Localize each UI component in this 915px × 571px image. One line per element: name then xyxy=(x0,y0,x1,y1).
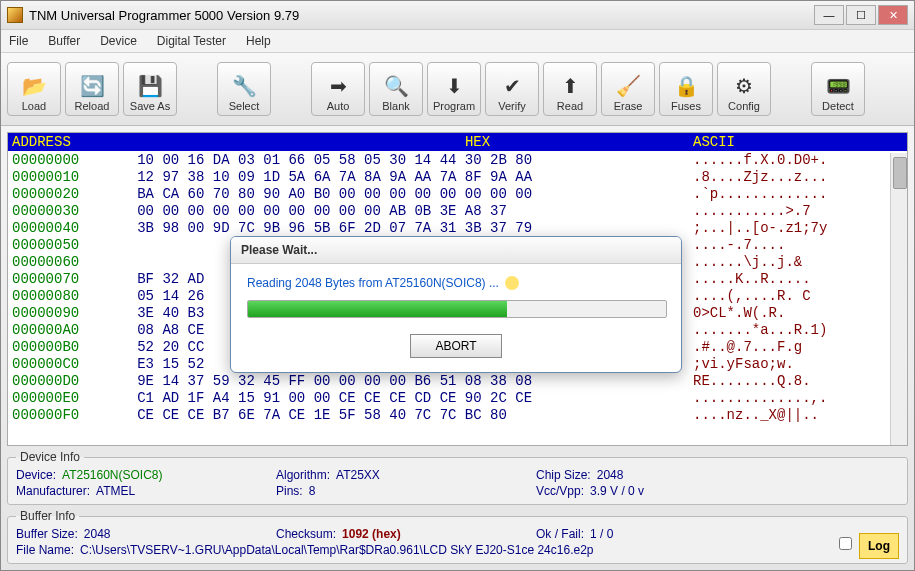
hex-addr: 000000F0 xyxy=(12,407,112,424)
verify-button[interactable]: ✔Verify xyxy=(485,62,539,116)
read-button[interactable]: ⬆Read xyxy=(543,62,597,116)
hex-row[interactable]: 00000030 00 00 00 00 00 00 00 00 00 00 A… xyxy=(12,203,903,220)
chip-value: 2048 xyxy=(597,468,624,482)
erase-icon: 🧹 xyxy=(614,72,642,100)
menu-buffer[interactable]: Buffer xyxy=(48,34,80,48)
hex-addr: 00000090 xyxy=(12,305,112,322)
maximize-button[interactable]: ☐ xyxy=(846,5,876,25)
hex-row[interactable]: 000000E0 C1 AD 1F A4 15 91 00 00 CE CE C… xyxy=(12,390,903,407)
pins-label: Pins: xyxy=(276,484,303,498)
save-as-button[interactable]: 💾Save As xyxy=(123,62,177,116)
hex-addr: 00000010 xyxy=(12,169,112,186)
erase-button[interactable]: 🧹Erase xyxy=(601,62,655,116)
blank-button[interactable]: 🔍Blank xyxy=(369,62,423,116)
hex-row[interactable]: 00000000 10 00 16 DA 03 01 66 05 58 05 3… xyxy=(12,152,903,169)
hex-ascii: ...........>.7 xyxy=(693,203,903,220)
hex-row[interactable]: 00000020 BA CA 60 70 80 90 A0 B0 00 00 0… xyxy=(12,186,903,203)
hex-addr: 00000050 xyxy=(12,237,112,254)
hex-row[interactable]: 000000D0 9E 14 37 59 32 45 FF 00 00 00 0… xyxy=(12,373,903,390)
hex-ascii: ..............,. xyxy=(693,390,903,407)
hex-bytes: 10 00 16 DA 03 01 66 05 58 05 30 14 44 3… xyxy=(112,152,693,169)
fuses-icon: 🔒 xyxy=(672,72,700,100)
menu-help[interactable]: Help xyxy=(246,34,271,48)
hex-row[interactable]: 00000040 3B 98 00 9D 7C 9B 96 5B 6F 2D 0… xyxy=(12,220,903,237)
hex-addr: 00000060 xyxy=(12,254,112,271)
hex-bytes: C1 AD 1F A4 15 91 00 00 CE CE CE CD CE 9… xyxy=(112,390,693,407)
device-info-panel: Device Info Device:AT25160N(SOIC8) Algor… xyxy=(7,450,908,505)
hex-addr: 000000C0 xyxy=(12,356,112,373)
hex-ascii: ......\j..j.& xyxy=(693,254,903,271)
toolbar-label: Config xyxy=(728,100,760,112)
save-as-icon: 💾 xyxy=(136,72,164,100)
menu-file[interactable]: File xyxy=(9,34,28,48)
abort-button[interactable]: ABORT xyxy=(410,334,501,358)
close-button[interactable]: ✕ xyxy=(878,5,908,25)
hex-ascii: 0>CL*.W(.R. xyxy=(693,305,903,322)
mfr-value: ATMEL xyxy=(96,484,135,498)
dialog-title: Please Wait... xyxy=(231,237,681,264)
hex-addr: 00000030 xyxy=(12,203,112,220)
hex-ascii: ;...|..[o-.z1;7y xyxy=(693,220,903,237)
reload-button[interactable]: 🔄Reload xyxy=(65,62,119,116)
file-label: File Name: xyxy=(16,543,74,557)
chip-label: Chip Size: xyxy=(536,468,591,482)
log-checkbox[interactable] xyxy=(839,537,852,550)
hex-ascii: .`p............. xyxy=(693,186,903,203)
toolbar-label: Reload xyxy=(75,100,110,112)
blank-icon: 🔍 xyxy=(382,72,410,100)
cursor-icon xyxy=(505,276,519,290)
read-icon: ⬆ xyxy=(556,72,584,100)
vcc-value: 3.9 V / 0 v xyxy=(590,484,644,498)
menu-device[interactable]: Device xyxy=(100,34,137,48)
toolbar-label: Verify xyxy=(498,100,526,112)
menu-bar: FileBufferDeviceDigital TesterHelp xyxy=(1,30,914,53)
hex-row[interactable]: 000000F0 CE CE CE B7 6E 7A CE 1E 5F 58 4… xyxy=(12,407,903,424)
device-info-title: Device Info xyxy=(16,450,84,464)
menu-digital-tester[interactable]: Digital Tester xyxy=(157,34,226,48)
program-icon: ⬇ xyxy=(440,72,468,100)
toolbar-label: Load xyxy=(22,100,46,112)
hex-ascii: .......*a...R.1) xyxy=(693,322,903,339)
scroll-thumb[interactable] xyxy=(893,157,907,189)
detect-button[interactable]: 📟Detect xyxy=(811,62,865,116)
hex-bytes: 3B 98 00 9D 7C 9B 96 5B 6F 2D 07 7A 31 3… xyxy=(112,220,693,237)
hex-addr: 000000A0 xyxy=(12,322,112,339)
hex-row[interactable]: 00000010 12 97 38 10 09 1D 5A 6A 7A 8A 9… xyxy=(12,169,903,186)
buf-label: Buffer Size: xyxy=(16,527,78,541)
hex-addr: 00000020 xyxy=(12,186,112,203)
config-button[interactable]: ⚙Config xyxy=(717,62,771,116)
select-button[interactable]: 🔧Select xyxy=(217,62,271,116)
device-value: AT25160N(SOIC8) xyxy=(62,468,162,482)
vcc-label: Vcc/Vpp: xyxy=(536,484,584,498)
log-button[interactable]: Log xyxy=(859,533,899,559)
auto-button[interactable]: ➡Auto xyxy=(311,62,365,116)
program-button[interactable]: ⬇Program xyxy=(427,62,481,116)
hex-ascii: ......f.X.0.D0+. xyxy=(693,152,903,169)
title-bar: TNM Universal Programmer 5000 Version 9.… xyxy=(1,1,914,30)
dialog-message-text: Reading 2048 Bytes from AT25160N(SOIC8) … xyxy=(247,276,499,290)
ok-label: Ok / Fail: xyxy=(536,527,584,541)
reload-icon: 🔄 xyxy=(78,72,106,100)
hex-ascii: RE........Q.8. xyxy=(693,373,903,390)
progress-bar xyxy=(247,300,667,318)
auto-icon: ➡ xyxy=(324,72,352,100)
hex-ascii: .8....Zjz...z... xyxy=(693,169,903,186)
fuses-button[interactable]: 🔒Fuses xyxy=(659,62,713,116)
algo-value: AT25XX xyxy=(336,468,380,482)
hex-ascii: ....(,....R. C xyxy=(693,288,903,305)
select-icon: 🔧 xyxy=(230,72,258,100)
file-value: C:\Users\TVSERV~1.GRU\AppData\Local\Temp… xyxy=(80,543,593,557)
algo-label: Algorithm: xyxy=(276,468,330,482)
progress-dialog: Please Wait... Reading 2048 Bytes from A… xyxy=(230,236,682,373)
load-button[interactable]: 📂Load xyxy=(7,62,61,116)
scrollbar-vertical[interactable] xyxy=(890,153,907,445)
device-label: Device: xyxy=(16,468,56,482)
toolbar-label: Select xyxy=(229,100,260,112)
hex-addr: 00000070 xyxy=(12,271,112,288)
detect-icon: 📟 xyxy=(824,72,852,100)
hex-ascii: .#..@.7...F.g xyxy=(693,339,903,356)
hex-bytes: 00 00 00 00 00 00 00 00 00 00 AB 0B 3E A… xyxy=(112,203,693,220)
hex-ascii: ....-.7.... xyxy=(693,237,903,254)
hex-addr: 00000040 xyxy=(12,220,112,237)
minimize-button[interactable]: — xyxy=(814,5,844,25)
